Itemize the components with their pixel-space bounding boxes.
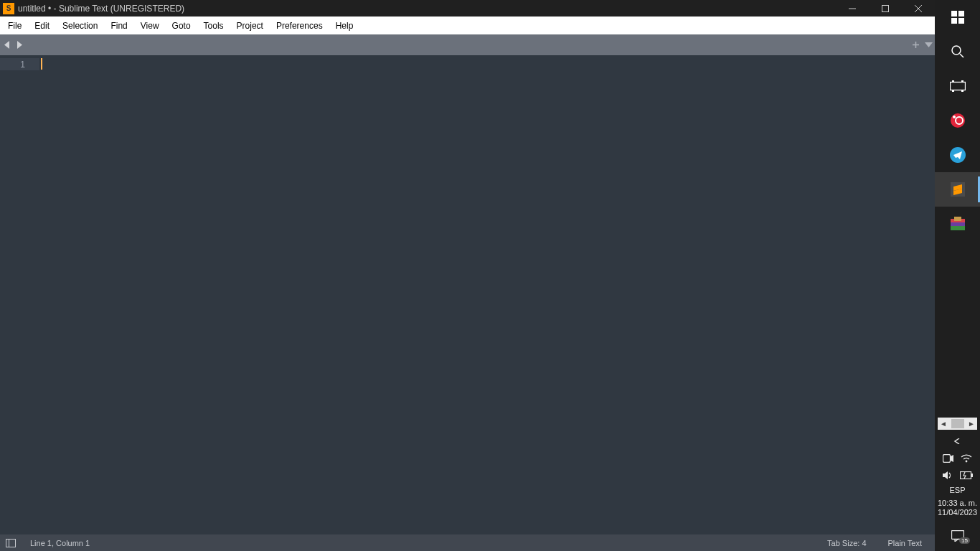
line-number: 1 <box>0 58 39 70</box>
menu-edit[interactable]: Edit <box>28 19 56 33</box>
menu-selection[interactable]: Selection <box>56 19 104 33</box>
code-area[interactable] <box>39 55 935 534</box>
svg-point-19 <box>953 116 956 118</box>
svg-point-10 <box>952 46 961 55</box>
windows-logo-icon <box>951 11 964 24</box>
menu-goto[interactable]: Goto <box>166 19 197 33</box>
sublime-app-icon: S <box>3 3 14 14</box>
sidebar-toggle-icon[interactable] <box>6 539 16 547</box>
svg-rect-15 <box>952 90 954 92</box>
tab-dropdown-icon[interactable] <box>922 34 935 55</box>
tray-date: 11/04/2023 <box>938 508 977 518</box>
taskbar-app-telegram[interactable] <box>935 138 980 172</box>
editor-area: 1 <box>0 55 935 534</box>
chevron-left-icon <box>953 438 962 444</box>
svg-rect-13 <box>952 80 954 82</box>
winrar-icon <box>950 216 966 232</box>
sublime-text-window: S untitled • - Sublime Text (UNREGISTERE… <box>0 0 935 551</box>
taskbar-app-winrar[interactable] <box>935 207 980 241</box>
action-center[interactable]: 15 <box>935 524 980 548</box>
input-language[interactable]: ESP <box>949 486 965 494</box>
menu-help[interactable]: Help <box>329 19 360 33</box>
menu-tools[interactable]: Tools <box>197 19 230 33</box>
text-caret <box>41 58 42 70</box>
system-tray: ◄ ► ESP 10:33 a. m. 11/04/2023 <box>935 415 980 552</box>
menu-file[interactable]: File <box>1 19 28 33</box>
menubar: File Edit Selection Find View Goto Tools… <box>0 17 935 34</box>
taskbar-app-snip[interactable] <box>935 103 980 138</box>
tray-clock[interactable]: 10:33 a. m. 11/04/2023 <box>938 497 977 522</box>
menu-view[interactable]: View <box>134 19 166 33</box>
tray-scrollbar[interactable]: ◄ ► <box>938 418 977 430</box>
svg-rect-26 <box>943 454 951 462</box>
snip-icon <box>950 113 966 128</box>
new-tab-icon[interactable] <box>909 34 922 55</box>
taskbar-apps <box>935 0 980 415</box>
titlebar[interactable]: S untitled • - Sublime Text (UNREGISTERE… <box>0 0 935 17</box>
svg-line-11 <box>960 54 963 57</box>
start-button[interactable] <box>935 0 980 34</box>
svg-rect-12 <box>950 83 965 90</box>
scroll-thumb[interactable] <box>951 419 964 428</box>
cursor-position[interactable]: Line 1, Column 1 <box>23 539 97 547</box>
taskbar-app-sublime[interactable] <box>935 172 980 207</box>
taskbar-taskview[interactable] <box>935 69 980 103</box>
menu-preferences[interactable]: Preferences <box>270 19 329 33</box>
sublime-icon <box>951 182 965 197</box>
svg-rect-25 <box>954 217 961 221</box>
svg-rect-14 <box>961 80 963 82</box>
tab-nav-forward-icon[interactable] <box>13 34 26 55</box>
window-title: untitled • - Sublime Text (UNREGISTERED) <box>18 4 184 14</box>
maximize-button[interactable] <box>869 0 902 17</box>
svg-rect-7 <box>958 11 964 17</box>
tray-time: 10:33 a. m. <box>938 499 977 509</box>
svg-rect-29 <box>971 474 973 477</box>
taskbar-search[interactable] <box>935 34 980 69</box>
svg-rect-24 <box>951 226 965 230</box>
svg-point-27 <box>966 460 968 462</box>
search-icon <box>951 44 965 59</box>
close-button[interactable] <box>902 0 935 17</box>
statusbar: Line 1, Column 1 Tab Size: 4 Plain Text <box>0 534 935 551</box>
svg-rect-9 <box>958 18 964 24</box>
tab-size[interactable]: Tab Size: 4 <box>820 539 873 547</box>
windows-taskbar: ◄ ► ESP 10:33 a. m. 11/04/2023 <box>935 0 980 551</box>
menu-project[interactable]: Project <box>230 19 270 33</box>
svg-rect-1 <box>882 5 889 11</box>
syntax-mode[interactable]: Plain Text <box>881 539 930 547</box>
svg-rect-6 <box>951 11 957 17</box>
svg-rect-8 <box>951 18 957 24</box>
scroll-left-icon[interactable]: ◄ <box>938 420 949 428</box>
battery-icon[interactable] <box>960 471 973 479</box>
task-view-icon <box>950 80 966 92</box>
meet-now-icon[interactable] <box>943 454 953 463</box>
tab-strip <box>0 34 935 55</box>
svg-rect-16 <box>961 90 963 92</box>
line-gutter[interactable]: 1 <box>0 55 39 534</box>
tray-overflow[interactable] <box>935 434 980 448</box>
minimize-button[interactable] <box>836 0 869 17</box>
telegram-icon <box>950 147 966 163</box>
tab-nav-back-icon[interactable] <box>0 34 13 55</box>
menu-find[interactable]: Find <box>104 19 133 33</box>
scroll-right-icon[interactable]: ► <box>966 420 977 428</box>
wifi-icon[interactable] <box>961 454 972 463</box>
volume-icon[interactable] <box>942 471 953 480</box>
notification-badge: 15 <box>959 537 970 544</box>
